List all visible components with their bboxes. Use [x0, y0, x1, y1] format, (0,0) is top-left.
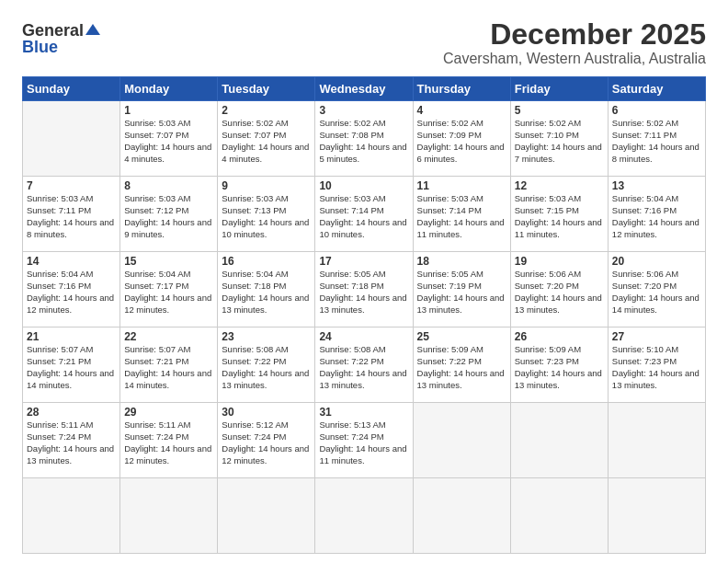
day-info: Sunrise: 5:04 AMSunset: 7:16 PMDaylight:… [27, 269, 114, 314]
table-row: 18Sunrise: 5:05 AMSunset: 7:19 PMDayligh… [413, 252, 510, 327]
day-number: 30 [222, 406, 311, 419]
day-number: 27 [612, 330, 701, 343]
day-info: Sunrise: 5:08 AMSunset: 7:22 PMDaylight:… [222, 344, 309, 389]
table-row: 14Sunrise: 5:04 AMSunset: 7:16 PMDayligh… [23, 252, 120, 327]
day-number: 23 [222, 330, 311, 343]
day-info: Sunrise: 5:03 AMSunset: 7:14 PMDaylight:… [417, 193, 505, 238]
table-row: 1Sunrise: 5:03 AMSunset: 7:07 PMDaylight… [120, 101, 218, 177]
day-info: Sunrise: 5:03 AMSunset: 7:12 PMDaylight:… [124, 193, 211, 238]
day-info: Sunrise: 5:03 AMSunset: 7:13 PMDaylight:… [222, 193, 309, 238]
day-number: 22 [124, 330, 213, 343]
day-number: 10 [319, 179, 408, 192]
day-info: Sunrise: 5:06 AMSunset: 7:20 PMDaylight:… [515, 269, 602, 314]
table-row: 13Sunrise: 5:04 AMSunset: 7:16 PMDayligh… [608, 177, 705, 252]
day-info: Sunrise: 5:11 AMSunset: 7:24 PMDaylight:… [27, 419, 114, 465]
day-number: 14 [27, 255, 116, 268]
table-row: 5Sunrise: 5:02 AMSunset: 7:10 PMDaylight… [510, 101, 608, 177]
calendar-week-row: 7Sunrise: 5:03 AMSunset: 7:11 PMDaylight… [23, 177, 706, 252]
table-row: 28Sunrise: 5:11 AMSunset: 7:24 PMDayligh… [23, 403, 120, 478]
day-info: Sunrise: 5:08 AMSunset: 7:22 PMDaylight:… [319, 344, 406, 389]
table-row: 2Sunrise: 5:02 AMSunset: 7:07 PMDaylight… [218, 101, 315, 177]
day-info: Sunrise: 5:05 AMSunset: 7:18 PMDaylight:… [319, 269, 406, 314]
day-number: 17 [319, 255, 408, 268]
day-number: 1 [124, 104, 213, 117]
table-row: 21Sunrise: 5:07 AMSunset: 7:21 PMDayligh… [23, 327, 120, 403]
day-info: Sunrise: 5:02 AMSunset: 7:08 PMDaylight:… [319, 118, 406, 163]
day-info: Sunrise: 5:07 AMSunset: 7:21 PMDaylight:… [124, 344, 211, 389]
day-info: Sunrise: 5:03 AMSunset: 7:07 PMDaylight:… [124, 118, 211, 163]
day-info: Sunrise: 5:09 AMSunset: 7:23 PMDaylight:… [515, 344, 602, 389]
day-info: Sunrise: 5:05 AMSunset: 7:19 PMDaylight:… [417, 269, 505, 314]
header-wednesday: Wednesday [315, 77, 413, 101]
calendar-week-row: 14Sunrise: 5:04 AMSunset: 7:16 PMDayligh… [23, 252, 706, 327]
table-row: 19Sunrise: 5:06 AMSunset: 7:20 PMDayligh… [510, 252, 608, 327]
title-section: December 2025 Caversham, Western Austral… [443, 18, 706, 67]
table-row: 22Sunrise: 5:07 AMSunset: 7:21 PMDayligh… [120, 327, 218, 403]
day-info: Sunrise: 5:02 AMSunset: 7:07 PMDaylight:… [222, 118, 309, 163]
table-row: 20Sunrise: 5:06 AMSunset: 7:20 PMDayligh… [608, 252, 705, 327]
table-row [510, 478, 608, 554]
day-number: 9 [222, 179, 311, 192]
header-thursday: Thursday [413, 77, 510, 101]
logo-blue-text: Blue [22, 39, 58, 55]
day-number: 24 [319, 330, 408, 343]
day-number: 2 [222, 104, 311, 117]
table-row [413, 403, 510, 478]
day-number: 26 [515, 330, 604, 343]
day-number: 20 [612, 255, 701, 268]
day-info: Sunrise: 5:02 AMSunset: 7:10 PMDaylight:… [515, 118, 602, 163]
table-row: 7Sunrise: 5:03 AMSunset: 7:11 PMDaylight… [23, 177, 120, 252]
day-info: Sunrise: 5:02 AMSunset: 7:09 PMDaylight:… [417, 118, 505, 163]
table-row: 27Sunrise: 5:10 AMSunset: 7:23 PMDayligh… [608, 327, 705, 403]
page-title: December 2025 [443, 18, 706, 51]
table-row: 26Sunrise: 5:09 AMSunset: 7:23 PMDayligh… [510, 327, 608, 403]
day-number: 31 [319, 406, 408, 419]
day-info: Sunrise: 5:11 AMSunset: 7:24 PMDaylight:… [124, 419, 211, 465]
header-monday: Monday [120, 77, 218, 101]
calendar-week-row: 28Sunrise: 5:11 AMSunset: 7:24 PMDayligh… [23, 403, 706, 478]
table-row: 15Sunrise: 5:04 AMSunset: 7:17 PMDayligh… [120, 252, 218, 327]
table-row: 8Sunrise: 5:03 AMSunset: 7:12 PMDaylight… [120, 177, 218, 252]
logo-general-text: General [22, 22, 84, 39]
day-info: Sunrise: 5:10 AMSunset: 7:23 PMDaylight:… [612, 344, 700, 389]
day-number: 19 [515, 255, 604, 268]
day-info: Sunrise: 5:03 AMSunset: 7:11 PMDaylight:… [27, 193, 114, 238]
day-number: 6 [612, 104, 701, 117]
day-number: 29 [124, 406, 213, 419]
day-number: 16 [222, 255, 311, 268]
table-row: 23Sunrise: 5:08 AMSunset: 7:22 PMDayligh… [218, 327, 315, 403]
page-subtitle: Caversham, Western Australia, Australia [443, 51, 706, 67]
table-row: 25Sunrise: 5:09 AMSunset: 7:22 PMDayligh… [413, 327, 510, 403]
svg-marker-0 [85, 24, 100, 35]
day-number: 4 [417, 104, 506, 117]
table-row: 30Sunrise: 5:12 AMSunset: 7:24 PMDayligh… [218, 403, 315, 478]
header: General Blue December 2025 Caversham, We… [22, 18, 706, 67]
table-row: 11Sunrise: 5:03 AMSunset: 7:14 PMDayligh… [413, 177, 510, 252]
header-sunday: Sunday [23, 77, 120, 101]
table-row: 29Sunrise: 5:11 AMSunset: 7:24 PMDayligh… [120, 403, 218, 478]
day-info: Sunrise: 5:12 AMSunset: 7:24 PMDaylight:… [222, 419, 309, 465]
table-row: 6Sunrise: 5:02 AMSunset: 7:11 PMDaylight… [608, 101, 705, 177]
table-row: 17Sunrise: 5:05 AMSunset: 7:18 PMDayligh… [315, 252, 413, 327]
logo: General Blue [22, 22, 100, 55]
table-row: 24Sunrise: 5:08 AMSunset: 7:22 PMDayligh… [315, 327, 413, 403]
day-number: 18 [417, 255, 506, 268]
calendar-table: Sunday Monday Tuesday Wednesday Thursday… [22, 76, 706, 554]
day-info: Sunrise: 5:13 AMSunset: 7:24 PMDaylight:… [319, 419, 406, 465]
table-row [23, 478, 120, 554]
table-row [510, 403, 608, 478]
day-number: 21 [27, 330, 116, 343]
day-number: 12 [515, 179, 604, 192]
logo-icon [85, 22, 100, 37]
table-row: 12Sunrise: 5:03 AMSunset: 7:15 PMDayligh… [510, 177, 608, 252]
header-friday: Friday [510, 77, 608, 101]
page: General Blue December 2025 Caversham, We… [0, 0, 728, 563]
table-row: 16Sunrise: 5:04 AMSunset: 7:18 PMDayligh… [218, 252, 315, 327]
day-info: Sunrise: 5:03 AMSunset: 7:14 PMDaylight:… [319, 193, 406, 238]
day-number: 8 [124, 179, 213, 192]
table-row [608, 478, 705, 554]
day-number: 7 [27, 179, 116, 192]
calendar-week-row [23, 478, 706, 554]
calendar-week-row: 21Sunrise: 5:07 AMSunset: 7:21 PMDayligh… [23, 327, 706, 403]
table-row: 9Sunrise: 5:03 AMSunset: 7:13 PMDaylight… [218, 177, 315, 252]
